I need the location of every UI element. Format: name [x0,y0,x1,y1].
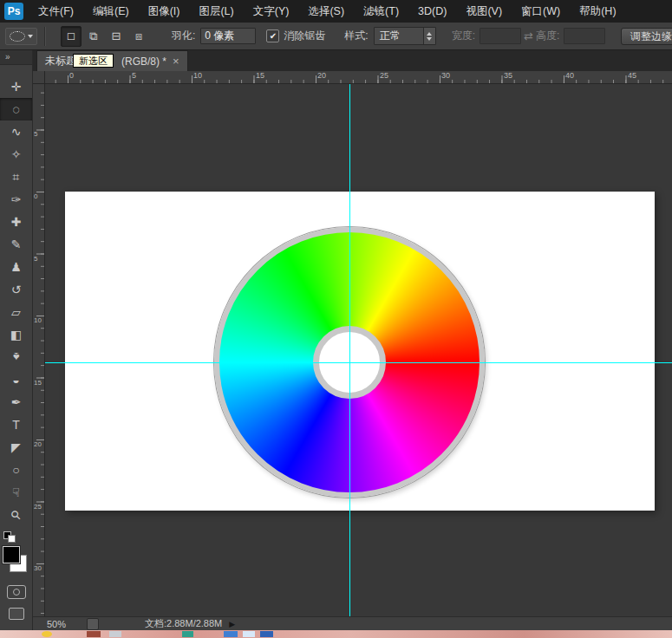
lasso-tool[interactable]: ∿ [0,120,32,143]
ruler-number: 10 [193,71,202,80]
menu-item[interactable]: 帮助(H) [570,0,625,23]
ruler-number: 20 [317,71,326,80]
ruler-number: 30 [441,71,450,80]
height-input[interactable] [564,28,605,44]
clone-stamp-tool[interactable]: ♟ [0,256,32,278]
width-label: 宽度: [452,29,475,43]
foreground-color-swatch[interactable] [3,546,20,563]
taskbar-icon[interactable] [182,631,193,637]
default-colors-icon[interactable] [3,531,16,542]
vertical-guide[interactable] [349,84,350,616]
swap-dimensions-icon[interactable]: ⇄ [524,29,533,42]
screen-mode-button[interactable] [9,608,24,620]
refine-edge-button[interactable]: 调整边缘 [621,28,672,45]
elliptical-marquee-tool-icon: ◌ [12,103,19,115]
hand-tool[interactable]: ☟ [0,481,32,504]
taskbar-icon[interactable] [260,631,273,637]
status-popup-arrow-icon[interactable]: ▶ [229,620,235,628]
intersect-selection-button[interactable]: ⧈ [128,26,149,47]
zoom-tool[interactable]: ⚲ [0,504,32,526]
ruler-number: 5 [34,130,37,138]
menu-item[interactable]: 3D(D) [408,0,456,23]
ruler-number: 10 [34,316,42,324]
document-size-info[interactable]: 文档:2.88M/2.88M [145,617,222,630]
menu-item[interactable]: 图层(L) [189,0,243,23]
ellipse-tool[interactable]: ○ [0,459,32,481]
tool-options-bar: □⧉⊟⧈ 羽化: 0 像素 ✔ 消除锯齿 样式: 正常 宽度: ⇄ 高度: 调整… [0,23,672,50]
dodge-tool[interactable]: ◒ [0,368,32,391]
horizontal-guide[interactable] [45,362,672,363]
history-brush-tool[interactable]: ↺ [0,278,32,301]
menu-item[interactable]: 选择(S) [298,0,354,23]
eraser-tool-icon: ▱ [11,306,21,318]
menu-item[interactable]: 图像(I) [139,0,190,23]
ps-logo[interactable]: Ps [4,3,23,20]
brush-tool[interactable]: ✎ [0,233,32,256]
type-tool[interactable]: T [0,413,32,436]
eraser-tool[interactable]: ▱ [0,301,32,323]
collapse-panel-button[interactable]: » [0,50,32,65]
crop-tool[interactable]: ⌗ [0,166,32,188]
taskbar-icon[interactable] [109,631,121,637]
menu-item[interactable]: 编辑(E) [83,0,139,23]
dodge-tool-icon: ◒ [12,374,19,386]
selection-mode-buttons: □⧉⊟⧈ [61,26,149,47]
antialias-checkbox[interactable]: ✔ [266,29,279,42]
move-tool[interactable]: ✛ [0,75,32,98]
spot-healing-brush-tool[interactable]: ✚ [0,211,32,233]
quick-mask-circle-icon [13,589,20,596]
close-tab-icon[interactable]: × [173,56,179,67]
subtract-from-selection-button[interactable]: ⊟ [106,26,127,47]
document-status-icon [87,618,99,630]
chevron-down-icon [28,35,33,38]
menu-item[interactable]: 滤镜(T) [354,0,408,23]
pen-tool[interactable]: ✒ [0,391,32,413]
tool-preset-picker[interactable] [5,28,37,45]
tools-list: ✛◌∿✧⌗✑✚✎♟↺▱◧♠◒✒T◤○☟⚲ [0,75,32,526]
blur-tool[interactable]: ♠ [0,346,32,368]
history-brush-tool-icon: ↺ [11,283,22,296]
feather-input[interactable]: 0 像素 [200,28,256,44]
gradient-tool[interactable]: ◧ [0,323,32,346]
elliptical-marquee-tool[interactable]: ◌ [0,98,32,120]
menu-item[interactable]: 视图(V) [456,0,512,23]
canvas-area[interactable] [45,84,672,616]
eyedropper-tool[interactable]: ✑ [0,188,32,211]
taskbar-icon[interactable] [243,631,255,637]
menu-items: 文件(F)编辑(E)图像(I)图层(L)文字(Y)选择(S)滤镜(T)3D(D)… [29,0,626,23]
vertical-ruler[interactable]: 5051015202530 [33,84,45,616]
feather-label: 羽化: [172,29,195,43]
zoom-tool-icon: ⚲ [9,507,23,522]
crop-tool-icon: ⌗ [13,171,20,183]
add-to-selection-button[interactable]: ⧉ [83,26,104,47]
eyedropper-tool-icon: ✑ [11,193,22,205]
ruler-number: 15 [34,379,42,387]
taskbar-icon[interactable] [224,631,238,637]
quick-selection-tool[interactable]: ✧ [0,143,32,166]
stepper-arrows-icon[interactable] [423,28,435,44]
horizontal-ruler[interactable]: 051015202530354045 [45,71,672,84]
separator [44,27,45,46]
style-select[interactable]: 正常 [374,27,436,45]
mini-background-swatch [8,535,16,543]
gradient-tool-icon: ◧ [10,329,22,341]
document-workspace: 未标题 (RGB/8) * × 新选区 051015202530354045 5… [33,50,672,630]
menu-item[interactable]: 文件(F) [29,0,83,23]
taskbar-icon[interactable] [87,631,101,637]
taskbar-icon[interactable] [42,631,52,637]
elliptical-marquee-preset-icon [10,31,25,42]
quick-mask-button[interactable] [7,585,26,599]
ruler-corner[interactable] [33,71,45,84]
style-label: 样式: [344,29,368,43]
width-input[interactable] [480,28,521,44]
new-selection-tooltip: 新选区 [73,54,114,68]
menu-item[interactable]: 窗口(W) [512,0,570,23]
spot-healing-brush-tool-icon: ✚ [11,216,22,228]
menu-item[interactable]: 文字(Y) [244,0,299,23]
zoom-level-field[interactable]: 50% [47,619,82,629]
ruler-number: 35 [504,71,512,80]
feather-value: 0 像素 [205,29,234,43]
new-selection-button[interactable]: □ [61,26,82,47]
path-selection-tool[interactable]: ◤ [0,436,32,459]
tab-title-right: (RGB/8) * [121,55,166,68]
